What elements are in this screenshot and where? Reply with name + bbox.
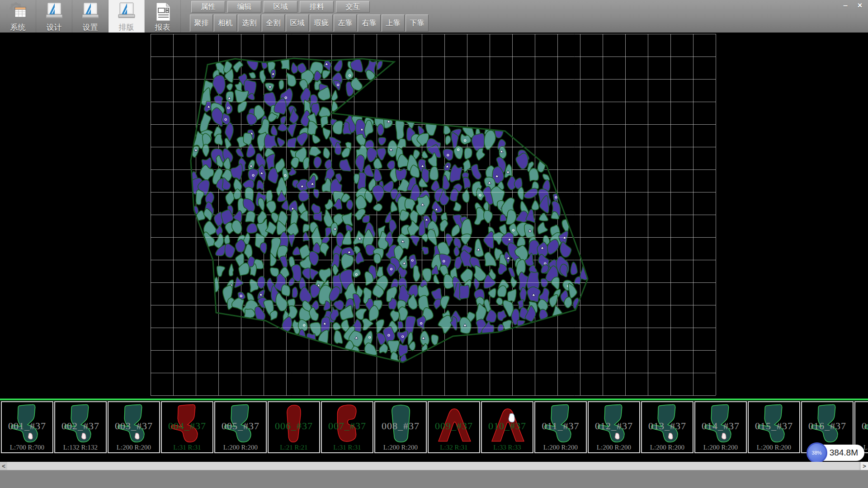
strip-separator-line — [0, 399, 868, 400]
close-button[interactable]: × — [853, 0, 867, 11]
scroll-right-arrow-icon[interactable]: > — [861, 462, 868, 470]
piece-thumbnail[interactable]: 009_#37L:32 R:31 — [428, 401, 480, 453]
piece-id: 014_#37 — [695, 420, 746, 432]
piece-lr-count: L:700 R:700 — [2, 444, 52, 451]
piece-lr-count: L:200 R:200 — [108, 444, 159, 451]
piece-id: 010_#37 — [482, 420, 533, 432]
piece-lr-count: L:200 R:200 — [215, 444, 266, 451]
piece-id: 007_#37 — [322, 420, 373, 432]
design-icon — [44, 1, 65, 22]
piece-lr-count: L:31 R:31 — [322, 444, 373, 451]
menu-tab-2[interactable]: 编辑 — [227, 1, 261, 13]
memory-percent-badge: 38% — [807, 442, 827, 463]
piece-lr-count: L:21 R:21 — [269, 444, 319, 451]
tool-button-6[interactable]: 瑕疵 — [310, 14, 333, 32]
big-button-design[interactable]: 设计 — [36, 0, 72, 33]
memory-percent: 38% — [812, 450, 822, 455]
ribbon-big-buttons: 系统设计设置排版报表 — [0, 0, 181, 33]
piece-thumbnail[interactable]: 015_#37L:200 R:200 — [748, 401, 800, 453]
piece-id: 002_#37 — [55, 420, 106, 432]
tool-button-row: 聚排相机选割全割区域瑕疵左靠右靠上靠下靠 — [190, 14, 429, 32]
tool-button-4[interactable]: 全割 — [262, 14, 285, 32]
tool-button-3[interactable]: 选割 — [238, 14, 261, 32]
piece-thumbnail[interactable]: 010_#37L:33 R:33 — [481, 401, 533, 453]
tool-button-7[interactable]: 左靠 — [334, 14, 357, 32]
scroll-left-arrow-icon[interactable]: < — [0, 462, 7, 470]
menu-tab-1[interactable]: 属性 — [191, 1, 225, 13]
piece-id: 017_#37 — [855, 420, 868, 432]
piece-thumbnail[interactable]: 006_#37L:21 R:21 — [268, 401, 320, 453]
nesting-canvas[interactable] — [0, 33, 868, 399]
piece-id: 003_#37 — [108, 420, 159, 432]
big-button-label: 系统 — [10, 22, 26, 33]
piece-lr-count: L:31 R:31 — [162, 444, 212, 451]
menu-tab-4[interactable]: 排料 — [300, 1, 334, 13]
piece-lr-count: L:200 R:200 — [375, 444, 426, 451]
big-button-layout[interactable]: 排版 — [108, 0, 145, 33]
scrollbar-thumb[interactable] — [7, 462, 859, 470]
big-button-label: 报表 — [155, 22, 170, 33]
piece-thumbnail[interactable]: 005_#37L:200 R:200 — [214, 401, 267, 453]
piece-id: 015_#37 — [749, 420, 799, 432]
piece-lr-count: L:32 R:31 — [429, 444, 479, 451]
piece-lr-count: L:200 R:200 — [589, 444, 639, 451]
piece-id: 009_#37 — [429, 420, 479, 432]
piece-lr-count: L:200 R:200 — [535, 444, 586, 451]
memory-badge: 38% 384.8M — [808, 445, 864, 461]
big-button-settings[interactable]: 设置 — [72, 0, 108, 33]
system-icon — [8, 1, 28, 22]
big-button-label: 设计 — [47, 22, 62, 33]
piece-thumbnail[interactable]: 012_#37L:200 R:200 — [588, 401, 640, 453]
piece-thumbnail[interactable]: 001_#37L:700 R:700 — [1, 401, 53, 453]
menu-tab-row: 属性编辑区域排料交互 — [191, 1, 370, 13]
piece-lr-count: L:200 R:200 — [695, 444, 746, 451]
menu-tab-5[interactable]: 交互 — [336, 1, 370, 13]
piece-id: 016_#37 — [802, 420, 853, 432]
piece-thumbnail[interactable]: 014_#37L:200 R:200 — [694, 401, 747, 453]
big-button-label: 排版 — [119, 22, 134, 33]
piece-lr-count: L:200 R:200 — [642, 444, 693, 451]
minimize-button[interactable]: – — [838, 0, 853, 11]
memory-size: 384.8M — [830, 448, 858, 458]
menu-tab-3[interactable]: 区域 — [264, 1, 297, 13]
piece-lr-count: L:132 R:132 — [55, 444, 106, 451]
piece-thumbnail[interactable]: 007_#37L:31 R:31 — [321, 401, 373, 453]
piece-lr-count: L:33 R:33 — [482, 444, 533, 451]
tool-button-9[interactable]: 上靠 — [382, 14, 405, 32]
piece-thumbnail[interactable]: 003_#37L:200 R:200 — [108, 401, 160, 453]
big-button-report[interactable]: 报表 — [145, 0, 181, 33]
tool-button-2[interactable]: 相机 — [214, 14, 237, 32]
top-toolbar: 系统设计设置排版报表 属性编辑区域排料交互 聚排相机选割全割区域瑕疵左靠右靠上靠… — [0, 0, 868, 33]
piece-film-strip: 001_#37L:700 R:700002_#37L:132 R:132003_… — [0, 399, 868, 462]
piece-id: 006_#37 — [269, 420, 319, 432]
piece-id: 001_#37 — [2, 420, 52, 432]
piece-thumbnail[interactable]: 013_#37L:200 R:200 — [641, 401, 693, 453]
window-controls: – × — [838, 0, 867, 11]
piece-id: 011_#37 — [535, 420, 586, 432]
piece-thumbnail[interactable]: 008_#37L:200 R:200 — [374, 401, 427, 453]
nesting-canvas-area[interactable] — [0, 33, 868, 399]
tool-button-10[interactable]: 下靠 — [406, 14, 429, 32]
report-icon — [152, 1, 173, 22]
piece-id: 005_#37 — [215, 420, 266, 432]
piece-thumbnail-list: 001_#37L:700 R:700002_#37L:132 R:132003_… — [1, 401, 868, 454]
horizontal-scrollbar[interactable]: < > — [0, 462, 868, 470]
piece-id: 008_#37 — [375, 420, 426, 432]
status-bar — [0, 470, 868, 488]
piece-id: 012_#37 — [589, 420, 639, 432]
piece-id: 013_#37 — [642, 420, 693, 432]
piece-id: 004_#37 — [162, 420, 212, 432]
piece-thumbnail[interactable]: 002_#37L:132 R:132 — [54, 401, 107, 453]
tool-button-1[interactable]: 聚排 — [190, 14, 213, 32]
big-button-label: 设置 — [83, 22, 98, 33]
piece-thumbnail[interactable]: 011_#37L:200 R:200 — [534, 401, 587, 453]
tool-button-5[interactable]: 区域 — [286, 14, 309, 32]
piece-lr-count: L:200 R:200 — [749, 444, 799, 451]
settings-icon — [80, 1, 101, 22]
tool-button-8[interactable]: 右靠 — [358, 14, 381, 32]
layout-icon — [116, 1, 137, 22]
piece-thumbnail[interactable]: 004_#37L:31 R:31 — [161, 401, 213, 453]
big-button-system[interactable]: 系统 — [0, 0, 36, 33]
